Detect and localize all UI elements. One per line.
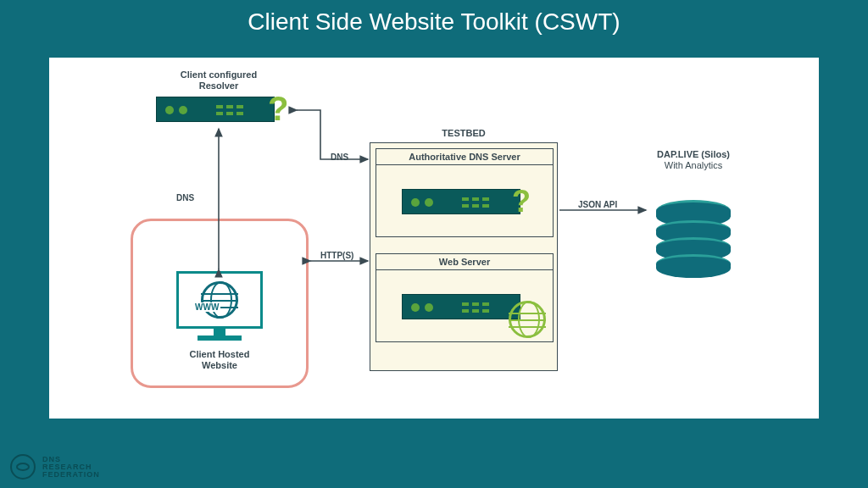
question-mark-icon: ? bbox=[512, 184, 531, 219]
edge-dns-horizontal: DNS bbox=[331, 152, 348, 162]
testbed-region: TESTBED Authoritative DNS Server ? Web S… bbox=[370, 142, 558, 371]
question-mark-icon: ? bbox=[268, 90, 288, 128]
edge-json-api: JSON API bbox=[578, 200, 617, 209]
www-badge: WWW bbox=[193, 302, 220, 312]
client-label: Client Hosted Website bbox=[168, 349, 271, 371]
web-server-icon bbox=[402, 294, 520, 319]
page-title: Client Side Website Toolkit (CSWT) bbox=[0, 0, 868, 36]
globe-icon bbox=[509, 301, 546, 338]
dns-server-label: Authoritative DNS Server bbox=[376, 149, 553, 165]
diagram-canvas: Client configured Resolver ? WWW Client … bbox=[49, 58, 819, 419]
web-server-label: Web Server bbox=[376, 254, 553, 270]
database-icon bbox=[656, 200, 731, 278]
db-title: DAP.LIVE (Silos) With Analytics bbox=[634, 149, 753, 171]
globe-icon bbox=[201, 281, 238, 319]
edge-dns-vertical: DNS bbox=[176, 193, 194, 202]
footer-logo: DNS RESEARCH FEDERATION bbox=[10, 454, 100, 480]
resolver-label: Client configured Resolver bbox=[151, 69, 287, 92]
testbed-title: TESTBED bbox=[370, 128, 557, 138]
resolver-server-icon bbox=[156, 97, 275, 122]
logo-icon bbox=[10, 454, 36, 480]
edge-https: HTTP(S) bbox=[320, 251, 353, 260]
dns-server-icon bbox=[402, 189, 520, 214]
